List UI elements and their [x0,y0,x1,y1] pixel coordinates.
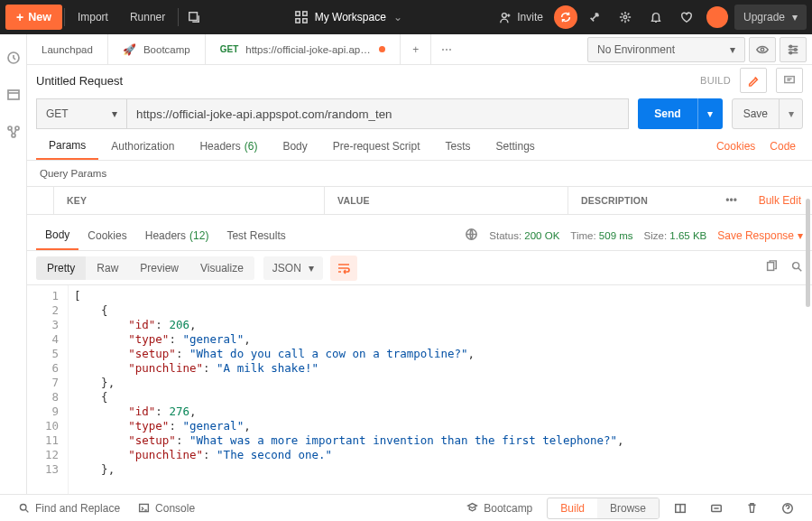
avatar[interactable] [704,4,731,31]
svg-rect-19 [768,263,774,271]
collections-icon[interactable] [6,88,21,105]
tab-tests[interactable]: Tests [432,132,483,160]
view-pretty[interactable]: Pretty [36,256,86,280]
copy-icon[interactable] [765,260,778,275]
svg-rect-17 [785,77,795,83]
tab-overflow-button[interactable]: ⋯ [431,34,462,64]
env-quicklook-icon[interactable] [749,37,776,62]
format-selector[interactable]: JSON▾ [263,256,323,280]
mode-build[interactable]: Build [548,498,597,518]
search-icon[interactable] [790,260,803,275]
send-dropdown[interactable]: ▾ [697,98,723,129]
tab-url: https://official-joke-api.app... [245,44,372,55]
svg-rect-2 [302,12,306,15]
chevron-down-icon: ⌄ [393,11,402,23]
new-window-icon[interactable] [180,4,208,31]
tab-body[interactable]: Body [270,132,319,160]
notifications-icon[interactable] [642,4,669,31]
view-raw[interactable]: Raw [86,256,129,280]
workspace-selector[interactable]: My Workspace ⌄ [295,11,402,23]
history-icon[interactable] [6,51,21,68]
chevron-down-icon: ▾ [112,107,117,120]
tab-bootcamp[interactable]: 🚀Bootcamp [108,34,206,64]
url-input[interactable] [126,98,629,129]
http-method-selector[interactable]: GET▾ [36,98,126,129]
heart-icon[interactable] [673,4,700,31]
response-body-viewer[interactable]: 12345678910111213 [ { "id": 206, "type":… [27,285,812,494]
time-value: 509 ms [599,230,633,241]
view-visualize[interactable]: Visualize [189,256,254,280]
tab-prerequest[interactable]: Pre-request Script [320,132,433,160]
runner-button[interactable]: Runner [119,5,176,30]
upgrade-button[interactable]: Upgrade▾ [734,5,807,30]
new-tab-button[interactable]: + [401,34,431,64]
code-link[interactable]: Code [762,140,803,153]
tab-launchpad[interactable]: Launchpad [27,34,108,64]
rocket-icon: 🚀 [123,43,136,56]
chevron-down-icon: ▾ [309,262,314,274]
console-button[interactable]: Console [129,502,204,515]
wrap-lines-icon[interactable] [330,256,357,281]
chevron-down-icon: ▾ [730,43,735,56]
tab-method: GET [220,44,239,54]
sync-icon[interactable] [554,5,577,29]
bulk-edit-link[interactable]: Bulk Edit [748,194,812,207]
svg-rect-1 [296,12,300,15]
svg-rect-3 [296,19,300,23]
invite-button[interactable]: Invite [489,5,554,30]
cookies-link[interactable]: Cookies [709,140,762,153]
import-button[interactable]: Import [67,5,119,30]
trash-icon[interactable] [737,502,767,514]
save-response-button[interactable]: Save Response ▾ [717,229,803,242]
two-pane-icon[interactable] [665,502,696,515]
status-bar: Find and Replace Console Bootcamp BuildB… [0,494,812,521]
view-preview[interactable]: Preview [129,256,189,280]
new-button[interactable]: +New [5,5,62,30]
person-plus-icon [500,12,512,23]
svg-rect-9 [8,90,19,99]
save-button[interactable]: Save [733,107,779,120]
edit-icon[interactable] [740,68,767,93]
tab-params[interactable]: Params [36,132,98,160]
chevron-down-icon: ▾ [792,11,798,23]
left-rail [0,34,27,494]
col-value: VALUE [325,187,568,214]
find-replace-button[interactable]: Find and Replace [9,502,129,515]
save-dropdown[interactable]: ▾ [779,99,802,128]
resp-tab-headers[interactable]: Headers (12) [136,220,218,250]
settings-icon[interactable] [612,4,639,31]
svg-point-13 [761,48,764,51]
build-label: BUILD [700,75,731,86]
resp-tab-cookies[interactable]: Cookies [78,220,135,250]
status-value: 200 OK [524,230,559,241]
comments-icon[interactable] [776,68,803,93]
size-value: 1.65 KB [669,230,706,241]
mode-toggle[interactable]: BuildBrowse [547,498,660,519]
shortcuts-icon[interactable] [701,502,732,515]
params-more-icon[interactable]: ••• [715,194,748,207]
workspace-name: My Workspace [315,11,386,23]
mode-browse[interactable]: Browse [597,498,659,518]
send-button[interactable]: Send▾ [638,98,722,129]
resp-tab-testresults[interactable]: Test Results [217,220,294,250]
apis-icon[interactable] [6,125,21,142]
tab-headers[interactable]: Headers (6) [187,132,270,160]
query-params-title: Query Params [27,161,812,186]
scrollbar[interactable] [806,199,810,307]
tab-settings[interactable]: Settings [484,132,548,160]
plus-icon: + [16,11,23,23]
tab-request-active[interactable]: GET https://official-joke-api.app... [206,34,401,64]
svg-point-21 [20,504,26,510]
bootcamp-button[interactable]: Bootcamp [457,502,541,515]
resp-tab-body[interactable]: Body [36,220,78,250]
env-manage-icon[interactable] [780,37,807,62]
query-params-table: KEY VALUE DESCRIPTION ••• Bulk Edit [27,186,812,215]
help-icon[interactable] [772,502,803,515]
satellite-icon[interactable] [581,4,608,31]
topbar: +New Import Runner My Workspace ⌄ Invite… [0,0,812,34]
tab-authorization[interactable]: Authorization [98,132,187,160]
request-title[interactable]: Untitled Request [36,74,123,88]
network-icon[interactable] [465,228,478,243]
environment-selector[interactable]: No Environment▾ [587,37,745,62]
svg-point-20 [793,263,799,269]
